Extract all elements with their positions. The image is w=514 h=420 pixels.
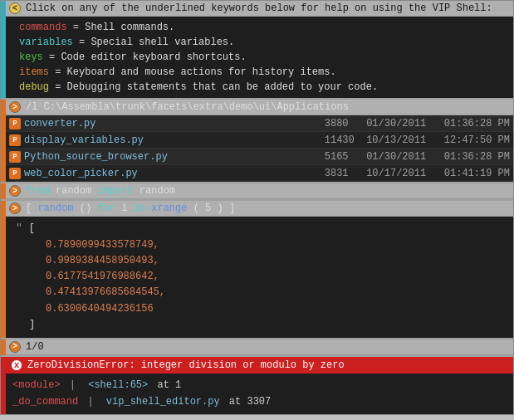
file-meta: 11430 10/13/2011 12:47:50 PM (325, 134, 510, 146)
shell-container: < Click on any of the underlined keyword… (0, 0, 514, 415)
kw-items[interactable]: items (19, 66, 49, 78)
listcomp-toggle[interactable]: > (9, 203, 21, 214)
kw-commands[interactable]: commands (19, 22, 67, 33)
result-open: " [ (29, 220, 507, 237)
result-val3: 0.6177541976988642, (29, 269, 507, 285)
listcomp-text: [ random () for i in xrange ( 5 ) ] (26, 203, 235, 214)
import-header: > from random import random (6, 183, 513, 199)
import-inner: > from random import random (6, 183, 513, 199)
error-message: ZeroDivisionError: integer division or m… (27, 359, 345, 371)
result-val4: 0.47413976685684545, (29, 285, 507, 300)
help-intro: Click on any of the underlined keywords … (26, 2, 492, 14)
tb-module-2: _do_command (12, 393, 78, 410)
help-item-items: items = Keyboard and mouse actions for h… (19, 65, 507, 80)
file-name[interactable]: Python_source_browser.py (24, 151, 318, 163)
file-icon: P (9, 134, 21, 146)
result-close: ] (29, 317, 507, 333)
tb-row-1: <module> | <shell:65> at 1 (12, 377, 507, 393)
divzero-inner: > 1/0 (6, 339, 513, 355)
directory-section: > /l C:\Assembla\trunk\facets\extra\demo… (1, 100, 513, 182)
tb-file-2[interactable]: vip_shell_editor.py (106, 393, 220, 410)
dir-header: > /l C:\Assembla\trunk\facets\extra\demo… (6, 100, 513, 115)
help-body: commands = Shell commands. variables = S… (6, 17, 513, 98)
file-icon: P (9, 118, 21, 129)
file-name[interactable]: converter.py (24, 118, 318, 129)
file-name[interactable]: display_variables.py (24, 134, 318, 146)
help-item-commands: commands = Shell commands. (19, 20, 507, 35)
listcomp-header: > [ random () for i in xrange ( 5 ) ] (6, 201, 513, 217)
tb-file-1[interactable]: <shell:65> (88, 377, 148, 393)
dir-body: P converter.py 3880 01/30/2011 01:36:28 … (6, 115, 513, 182)
help-item-keys: keys = Code editor keyboard shortcuts. (19, 50, 507, 65)
file-meta: 3831 10/17/2011 01:41:19 PM (325, 168, 510, 179)
result-val2: 0.9989384458950493, (29, 253, 507, 269)
error-section: x ZeroDivisionError: integer division or… (1, 357, 513, 414)
help-item-variables: variables = Special shell variables. (19, 35, 507, 50)
result-val1: 0.7890099433578749, (29, 237, 507, 253)
kw-variables[interactable]: variables (19, 37, 73, 48)
kw-debug[interactable]: debug (19, 81, 49, 93)
help-item-debug: debug = Debugging statements that can be… (19, 80, 507, 95)
import-toggle[interactable]: > (9, 185, 21, 197)
dir-path: /l C:\Assembla\trunk\facets\extra\demo\u… (26, 101, 349, 113)
listcomp-inner: > [ random () for i in xrange ( 5 ) ] " (6, 201, 513, 338)
import-section: > from random import random (1, 183, 513, 199)
listcomp-result: " [ 0.7890099433578749, 0.99893844589504… (6, 217, 513, 338)
file-icon: P (9, 168, 21, 179)
divzero-text: 1/0 (26, 341, 44, 353)
error-body: <module> | <shell:65> at 1 _do_command |… (6, 374, 513, 414)
divzero-section: > 1/0 (1, 339, 513, 355)
error-header: x ZeroDivisionError: integer division or… (6, 357, 513, 374)
kw-keys[interactable]: keys (19, 51, 43, 63)
file-name[interactable]: web_color_picker.py (24, 168, 318, 179)
file-row: P web_color_picker.py 3831 10/17/2011 01… (6, 165, 513, 182)
help-header: < Click on any of the underlined keyword… (6, 1, 513, 17)
error-toggle[interactable]: x (11, 359, 22, 371)
file-row: P display_variables.py 11430 10/13/2011 … (6, 132, 513, 149)
import-text: from random import random (26, 185, 175, 197)
file-row: P Python_source_browser.py 5165 01/30/20… (6, 149, 513, 165)
help-toggle[interactable]: < (9, 2, 21, 14)
divzero-toggle[interactable]: > (9, 341, 21, 353)
file-row: P converter.py 3880 01/30/2011 01:36:28 … (6, 115, 513, 132)
file-icon: P (9, 151, 21, 163)
tb-module-1: <module> (12, 377, 61, 393)
listcomp-section: > [ random () for i in xrange ( 5 ) ] " (1, 201, 513, 338)
help-inner: < Click on any of the underlined keyword… (6, 1, 513, 98)
dir-inner: > /l C:\Assembla\trunk\facets\extra\demo… (6, 100, 513, 182)
divzero-header: > 1/0 (6, 339, 513, 355)
tb-row-2: _do_command | vip_shell_editor.py at 330… (12, 393, 507, 410)
result-val5: 0.6300640494236156 (29, 301, 507, 317)
dir-toggle[interactable]: > (9, 101, 21, 113)
file-meta: 5165 01/30/2011 01:36:28 PM (325, 151, 510, 163)
error-inner: x ZeroDivisionError: integer division or… (6, 357, 513, 414)
help-section: < Click on any of the underlined keyword… (1, 1, 513, 98)
file-meta: 3880 01/30/2011 01:36:28 PM (325, 118, 510, 129)
